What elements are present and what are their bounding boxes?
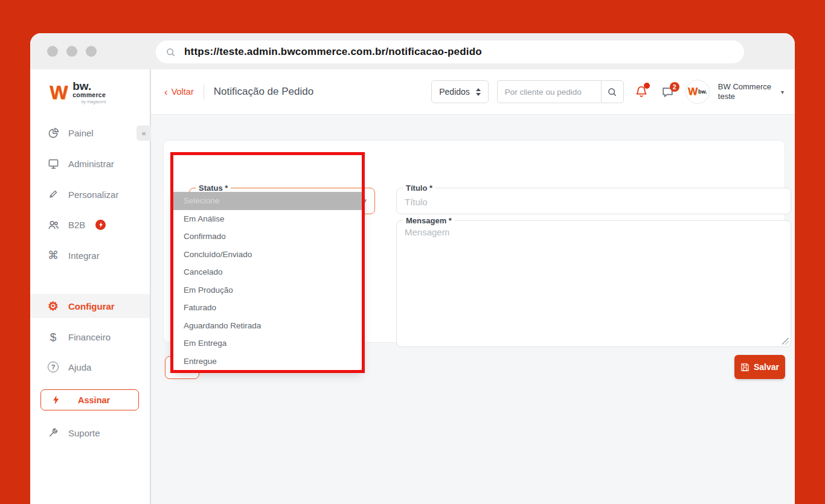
status-option-confirmado[interactable]: Confirmado bbox=[173, 228, 362, 246]
people-icon bbox=[47, 219, 59, 231]
magnifier-icon bbox=[607, 87, 617, 97]
window-control-dot[interactable] bbox=[66, 46, 77, 57]
magnifier-icon bbox=[165, 47, 176, 57]
b2b-bolt-badge bbox=[95, 220, 106, 230]
wrench-icon bbox=[47, 427, 59, 439]
browser-window: https://teste.admin.bwcommerce.com.br/no… bbox=[30, 33, 795, 504]
logo-sub: commerce bbox=[72, 92, 106, 98]
main-column: ‹ Voltar Notificação de Pedido Pedidos bbox=[151, 69, 795, 504]
notification-dot bbox=[644, 83, 650, 89]
sidebar-item-configurar[interactable]: ⚙ Configurar bbox=[30, 299, 150, 313]
pencil-icon bbox=[47, 188, 59, 200]
assinar-button[interactable]: Assinar bbox=[40, 389, 139, 410]
page-content: Status * Selecione ▾ Título * Mensagem * bbox=[151, 115, 795, 504]
sidebar-item-financeiro[interactable]: $ Financeiro bbox=[30, 330, 150, 344]
sidebar-item-label: Ajuda bbox=[68, 362, 91, 372]
search-button[interactable] bbox=[601, 80, 624, 103]
sidebar-item-b2b[interactable]: B2B bbox=[30, 217, 150, 232]
account-info[interactable]: BW Commerce teste bbox=[718, 82, 771, 102]
bw-commerce-logo: W bw. commerce by magazord bbox=[30, 69, 150, 115]
notifications-button[interactable] bbox=[632, 83, 650, 101]
sidebar-item-label: B2B bbox=[68, 220, 85, 230]
sidebar-item-personalizar[interactable]: Personalizar bbox=[30, 187, 150, 202]
window-controls bbox=[47, 46, 97, 57]
status-option-aguardando-retirada[interactable]: Aguardando Retirada bbox=[173, 317, 362, 335]
window-control-dot[interactable] bbox=[86, 46, 97, 57]
account-user: teste bbox=[718, 92, 771, 101]
monitor-icon bbox=[47, 158, 59, 170]
up-down-arrows-icon bbox=[476, 88, 481, 96]
status-option-selecione[interactable]: Selecione bbox=[173, 192, 362, 210]
command-icon: ⌘ bbox=[47, 249, 59, 261]
pie-chart-icon bbox=[47, 127, 59, 139]
sidebar-item-label: Painel bbox=[68, 128, 94, 138]
logo-brand: bw. bbox=[72, 80, 106, 92]
sidebar-item-suporte[interactable]: Suporte bbox=[30, 426, 150, 440]
avatar-w-logo: W bbox=[688, 86, 698, 98]
sidebar-item-label: Configurar bbox=[68, 301, 115, 311]
sidebar-item-label: Financeiro bbox=[68, 332, 111, 342]
status-option-em-producao[interactable]: Em Produção bbox=[173, 281, 362, 299]
mensagem-field: Mensagem * bbox=[396, 220, 791, 347]
search-scope-select[interactable]: Pedidos bbox=[431, 80, 489, 103]
page-title: Notificação de Pedido bbox=[214, 86, 313, 98]
account-company: BW Commerce bbox=[718, 82, 771, 92]
mensagem-textarea[interactable] bbox=[397, 221, 791, 346]
caret-down-icon[interactable]: ▾ bbox=[781, 89, 784, 95]
titulo-input[interactable] bbox=[397, 188, 791, 214]
sidebar: W bw. commerce by magazord « Painel bbox=[30, 69, 151, 504]
sidebar-item-integrar[interactable]: ⌘ Integrar bbox=[30, 248, 150, 263]
window-control-dot[interactable] bbox=[47, 46, 58, 57]
logo-byline: by magazord bbox=[82, 100, 106, 104]
bolt-icon bbox=[98, 222, 103, 228]
status-option-concluido-enviado[interactable]: Concluído/Enviado bbox=[173, 246, 362, 264]
app-shell: W bw. commerce by magazord « Painel bbox=[30, 69, 795, 504]
resize-handle-icon[interactable] bbox=[782, 338, 789, 345]
sidebar-item-painel[interactable]: Painel bbox=[30, 126, 150, 140]
app-header: ‹ Voltar Notificação de Pedido Pedidos bbox=[151, 69, 795, 115]
url-text: https://teste.admin.bwcommerce.com.br/no… bbox=[184, 46, 482, 58]
avatar-bw-text: bw. bbox=[698, 89, 707, 95]
save-label: Salvar bbox=[754, 362, 779, 372]
scope-value: Pedidos bbox=[439, 87, 470, 97]
address-bar[interactable]: https://teste.admin.bwcommerce.com.br/no… bbox=[156, 40, 744, 63]
status-option-em-analise[interactable]: Em Análise bbox=[173, 210, 362, 228]
save-button[interactable]: Salvar bbox=[734, 355, 785, 379]
sidebar-item-administrar[interactable]: Administrar bbox=[30, 156, 150, 171]
back-label: Voltar bbox=[172, 87, 194, 97]
floppy-disk-icon bbox=[740, 363, 750, 372]
status-option-em-entrega[interactable]: Em Entrega bbox=[173, 334, 362, 352]
sidebar-item-label: Personalizar bbox=[68, 190, 118, 200]
sidebar-item-ajuda[interactable]: ? Ajuda bbox=[30, 360, 150, 374]
dollar-icon: $ bbox=[47, 331, 59, 343]
gear-icon: ⚙ bbox=[47, 300, 59, 312]
bolt-icon bbox=[52, 395, 60, 405]
back-link[interactable]: ‹ Voltar bbox=[164, 87, 194, 97]
status-option-cancelado[interactable]: Cancelado bbox=[173, 263, 362, 281]
desktop-background: https://teste.admin.bwcommerce.com.br/no… bbox=[0, 0, 825, 504]
logo-w-icon: W bbox=[50, 83, 68, 102]
assinar-label: Assinar bbox=[78, 395, 110, 405]
header-divider bbox=[204, 84, 204, 100]
status-options-dropdown: Selecione Em Análise Confirmado Concluíd… bbox=[173, 192, 362, 370]
question-icon: ? bbox=[47, 361, 59, 373]
titulo-field: Título * bbox=[396, 188, 791, 214]
messages-button[interactable]: 2 bbox=[659, 83, 677, 101]
status-option-faturado[interactable]: Faturado bbox=[173, 299, 362, 317]
chevron-left-icon: ‹ bbox=[164, 87, 168, 97]
browser-chrome: https://teste.admin.bwcommerce.com.br/no… bbox=[30, 33, 795, 69]
account-avatar[interactable]: W bw. bbox=[685, 80, 710, 104]
sidebar-item-label: Suporte bbox=[68, 428, 100, 438]
header-search bbox=[497, 80, 624, 103]
sidebar-item-label: Integrar bbox=[68, 250, 100, 261]
select-caret-icon: ▾ bbox=[363, 188, 367, 213]
search-input[interactable] bbox=[497, 80, 601, 103]
status-option-entregue[interactable]: Entregue bbox=[173, 352, 362, 371]
sidebar-item-label: Administrar bbox=[68, 159, 114, 169]
messages-count-badge: 2 bbox=[670, 82, 679, 92]
